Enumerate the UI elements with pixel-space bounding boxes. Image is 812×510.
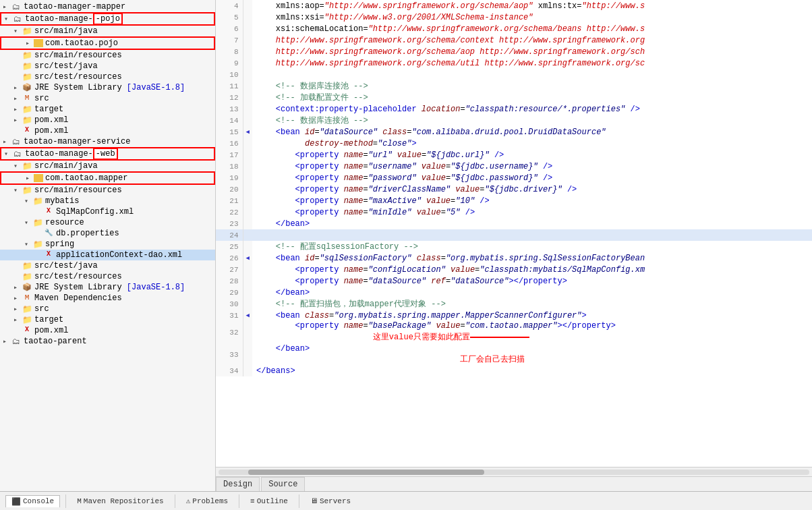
- code-line-29: 29 </bean>: [216, 287, 812, 298]
- code-line-23: 23 </bean>: [216, 218, 812, 229]
- tree-arrow: ▸: [13, 94, 22, 103]
- folder-icon: 📁: [32, 218, 43, 227]
- tree-item-pom-xml[interactable]: X pom.xml: [0, 125, 215, 136]
- tree-item-src-main-resources[interactable]: 📁 src/main/resources: [0, 50, 215, 61]
- line-arrow: [243, 69, 252, 80]
- tree-item-applicationcontext-dao-xml[interactable]: X applicationContext-dao.xml: [0, 250, 215, 260]
- tree-item-src-test-resources[interactable]: 📁 src/test/resources: [0, 72, 215, 82]
- tree-arrow: [13, 128, 22, 135]
- tab-source[interactable]: Source: [261, 477, 305, 491]
- tree-item-sqlmapconfig-xml[interactable]: X SqlMapConfig.xml: [0, 206, 215, 217]
- line-arrow: [243, 57, 252, 69]
- tree-arrow: ▸: [13, 294, 22, 302]
- tree-item-taotao-manage-web[interactable]: ▾ 🗂 taotao-manage--web: [0, 147, 215, 161]
- status-tab-maven[interactable]: M Maven Repositories: [71, 496, 169, 507]
- tree-item-jre-system-library[interactable]: ▸ 📦 JRE System Library [JavaSE-1.8]: [0, 82, 215, 93]
- code-line-12: 12 <!-- 加载配置文件 -->: [216, 92, 812, 103]
- tree-item-taotao-manager-service[interactable]: ▸ 🗂 taotao-manager-service: [0, 136, 215, 147]
- horizontal-scrollbar[interactable]: [216, 467, 812, 476]
- tree-item-db-properties[interactable]: 🔧 db.properties: [0, 228, 215, 239]
- tree-item-spring[interactable]: ▾ 📁 spring: [0, 239, 215, 250]
- code-scroll-area[interactable]: 4 xmlns:aop="http://www.springframework.…: [216, 0, 812, 467]
- tree-item-resource[interactable]: ▾ 📁 resource: [0, 217, 215, 228]
- package-icon: [34, 174, 43, 182]
- tree-arrow: ▸: [3, 138, 11, 146]
- line-code: <property name="driverClassName" value="…: [252, 183, 812, 195]
- status-tab-list: ⬛ Console M Maven Repositories ⚠ Problem…: [5, 494, 356, 508]
- status-tab-outline[interactable]: ≡ Outline: [245, 496, 293, 507]
- tree-item-src-test-java-web[interactable]: 📁 src/test/java: [0, 260, 215, 271]
- line-arrow: ◀: [243, 126, 252, 138]
- line-code: <context:property-placeholder location="…: [252, 103, 812, 115]
- folder-icon: 📁: [22, 272, 32, 281]
- line-code: http://www.springframework.org/schema/ut…: [252, 57, 812, 69]
- tree-item-taotao-parent[interactable]: ▸ 🗂 taotao-parent: [0, 336, 215, 347]
- tree-item-src-main-java[interactable]: ▾ 📁 src/main/java: [0, 26, 215, 36]
- status-separator-2: [175, 494, 175, 508]
- folder-icon: 📁: [22, 26, 32, 36]
- line-code: </beans>: [252, 365, 812, 376]
- folder-icon: 📁: [22, 186, 32, 195]
- tree-item-src-test-java[interactable]: 📁 src/test/java: [0, 61, 215, 72]
- file-tree[interactable]: ▸ 🗂 taotao-manager-mapper ▾ 🗂 taotao-man…: [0, 0, 216, 491]
- tree-item-src-web[interactable]: ▸ 📁 src: [0, 304, 215, 314]
- tab-design[interactable]: Design: [216, 477, 260, 491]
- line-number: 34: [216, 365, 243, 376]
- line-arrow: [243, 34, 252, 46]
- package-icon: [34, 39, 43, 47]
- console-icon: ⬛: [11, 497, 21, 506]
- project-icon: 🗂: [11, 137, 22, 146]
- status-tab-console[interactable]: ⬛ Console: [5, 495, 60, 507]
- line-number: 27: [216, 264, 243, 275]
- code-editor: 4 xmlns:aop="http://www.springframework.…: [216, 0, 812, 491]
- line-code: xsi:schemaLocation="http://www.springfra…: [252, 23, 812, 34]
- tree-item-jre-system-library-web[interactable]: ▸ 📦 JRE System Library [JavaSE-1.8]: [0, 282, 215, 293]
- xml-icon: X: [22, 326, 32, 335]
- line-number: 24: [216, 229, 243, 241]
- tree-item-com-taotao-pojo[interactable]: ▸ com.taotao.pojo: [0, 36, 215, 50]
- status-tab-problems[interactable]: ⚠ Problems: [181, 495, 233, 507]
- tree-item-target-web[interactable]: ▸ 📁 target: [0, 314, 215, 325]
- folder-icon: 📁: [22, 161, 32, 171]
- line-number: 20: [216, 183, 243, 195]
- tree-item-mybatis[interactable]: ▾ 📁 mybatis: [0, 196, 215, 206]
- line-code: </bean>: [252, 287, 812, 298]
- line-arrow: [243, 365, 252, 376]
- tree-item-taotao-manager-mapper[interactable]: ▸ 🗂 taotao-manager-mapper: [0, 1, 215, 12]
- tree-arrow: [13, 273, 22, 281]
- status-tab-servers[interactable]: 🖥 Servers: [305, 495, 356, 507]
- tree-item-src-main-java-web[interactable]: ▾ 📁 src/main/java: [0, 161, 215, 171]
- tree-item-src-main-resources-web[interactable]: ▾ 📁 src/main/resources: [0, 185, 215, 196]
- line-number: 13: [216, 103, 243, 115]
- tree-item-src-test-resources-web[interactable]: 📁 src/test/resources: [0, 271, 215, 282]
- tree-item-com-taotao-mapper[interactable]: ▸ com.taotao.mapper: [0, 171, 215, 185]
- line-arrow: [243, 103, 252, 115]
- folder-icon: 📁: [32, 239, 43, 249]
- line-number: 6: [216, 23, 243, 34]
- code-line-7: 7 http://www.springframework.org/schema/…: [216, 34, 812, 46]
- tree-item-maven-dependencies-web[interactable]: ▸ M Maven Dependencies: [0, 293, 215, 304]
- line-number: 17: [216, 149, 243, 161]
- tree-item-target[interactable]: ▸ 📁 pom.xml: [0, 115, 215, 125]
- scrollbar-track: [219, 470, 809, 475]
- line-arrow: [243, 218, 252, 229]
- line-arrow: [243, 264, 252, 275]
- tree-arrow: [13, 262, 22, 270]
- tree-item-src[interactable]: ▸ 📁 target: [0, 104, 215, 115]
- tree-item-pom-xml-web[interactable]: X pom.xml: [0, 325, 215, 336]
- tree-item-maven-dependencies[interactable]: ▸ M src: [0, 93, 215, 104]
- line-arrow: ◀: [243, 252, 252, 264]
- line-arrow: [243, 275, 252, 287]
- tree-item-taotao-manage-pojo[interactable]: ▾ 🗂 taotao-manage--pojo: [0, 12, 215, 26]
- tree-arrow: ▸: [13, 105, 22, 113]
- line-code: [252, 69, 812, 80]
- line-number: 28: [216, 275, 243, 287]
- line-code: <!-- 数据库连接池 -->: [252, 80, 812, 92]
- line-number: 25: [216, 241, 243, 252]
- jar-icon: 📦: [22, 283, 32, 292]
- scrollbar-thumb[interactable]: [248, 470, 484, 475]
- tree-arrow: ▾: [24, 197, 32, 205]
- tree-arrow: ▾: [13, 186, 22, 194]
- tree-arrow: [13, 74, 22, 81]
- servers-icon: 🖥: [310, 497, 318, 505]
